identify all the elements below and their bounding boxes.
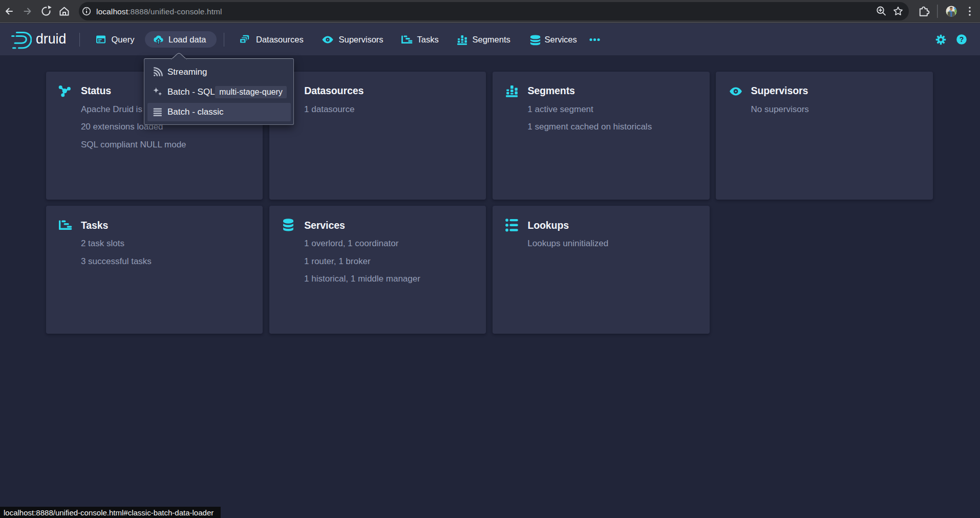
svg-text:?: ? <box>959 35 964 44</box>
